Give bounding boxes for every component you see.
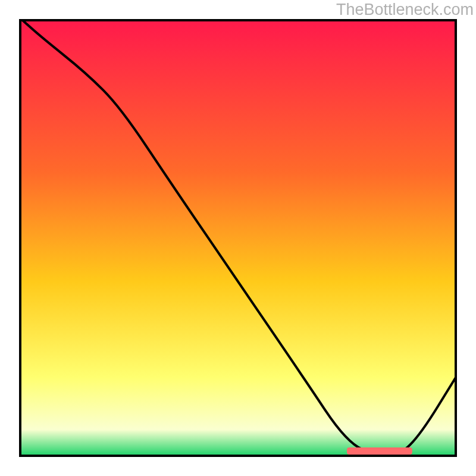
chart-fill — [20, 20, 456, 456]
bottleneck-chart — [0, 0, 476, 476]
watermark-text: TheBottleneck.com — [336, 1, 474, 19]
trough-marker — [347, 447, 412, 455]
